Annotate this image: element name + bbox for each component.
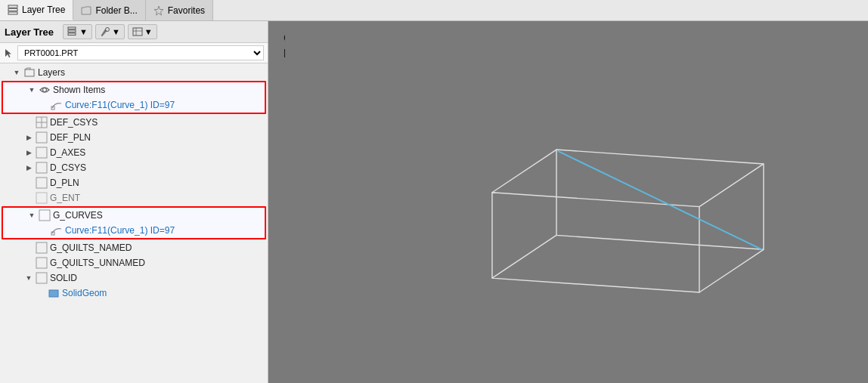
panel-title: Layer Tree [5, 26, 54, 38]
expand-g-curves[interactable]: ▼ [27, 211, 36, 220]
tools-dropdown-btn[interactable]: ▼ [95, 24, 125, 39]
right-panel: G_CURVES Layer is hidden, but curve is o… [268, 21, 868, 383]
solid-geom-icon [48, 287, 60, 299]
tools-dropdown-arrow: ▼ [112, 27, 120, 36]
tab-folder-browser[interactable]: Folder B... [73, 0, 145, 20]
tab-bar: Layer Tree Folder B... Favorites [0, 0, 868, 21]
expand-solid[interactable]: ▼ [24, 273, 33, 283]
tree-item-solid-geom[interactable]: ▶ SolidGeom [0, 286, 268, 301]
g-curves-label: G_CURVES [53, 210, 103, 221]
expand-d-axes[interactable]: ▶ [24, 148, 33, 157]
panel-toolbar: Layer Tree ▼ ▼ [0, 21, 268, 43]
left-panel: Layer Tree ▼ ▼ [0, 21, 268, 383]
svg-rect-18 [36, 147, 47, 158]
layer-folder-icon [23, 66, 36, 79]
layers-dropdown-icon [67, 26, 78, 37]
layers-dropdown-arrow: ▼ [79, 27, 88, 36]
svg-rect-24 [36, 242, 47, 253]
expand-layers[interactable]: ▼ [12, 68, 21, 77]
g-quilts-unnamed-label: G_QUILTS_UNNAMED [50, 258, 145, 268]
svg-rect-11 [25, 69, 34, 76]
expand-def-pln[interactable]: ▶ [24, 133, 33, 142]
file-row: PRT0001.PRT [0, 43, 268, 63]
tab-folder-browser-label: Folder B... [95, 5, 137, 16]
tree-item-g-curve-item[interactable]: ▶ Curve:F11(Curve_1) ID=97 [3, 223, 265, 238]
tree-item-g-quilts-unnamed[interactable]: ▶ G_QUILTS_UNNAMED [0, 255, 268, 270]
tree-item-layers[interactable]: ▼ Layers [0, 65, 268, 80]
layers-dropdown-btn[interactable]: ▼ [63, 24, 92, 39]
svg-rect-27 [49, 290, 58, 297]
folder-icon [81, 5, 91, 16]
svg-rect-8 [133, 28, 142, 36]
file-select[interactable]: PRT0001.PRT [17, 45, 264, 60]
d-axes-label: D_AXES [50, 147, 85, 158]
svg-rect-5 [68, 30, 76, 32]
g-quilts-unnamed-icon [36, 257, 48, 269]
svg-rect-21 [36, 193, 47, 203]
tree-item-d-pln[interactable]: ▶ D_PLN [0, 175, 268, 190]
def-pln-label: DEF_PLN [50, 132, 91, 143]
shown-items-group: ▼ Shown Items ▶ [2, 81, 266, 114]
view-icon [132, 26, 143, 37]
layers-label: Layers [38, 67, 65, 78]
g-curves-group: ▼ G_CURVES ▶ [2, 206, 266, 239]
star-icon [153, 5, 164, 16]
def-csys-label: DEF_CSYS [50, 117, 98, 128]
curve-icon-shown [51, 99, 63, 111]
tree-content: ▼ Layers ▼ [0, 63, 268, 383]
3d-viewport[interactable] [268, 21, 868, 383]
tab-layer-tree-label: Layer Tree [22, 5, 65, 15]
tab-layer-tree[interactable]: Layer Tree [0, 0, 73, 20]
view-dropdown-arrow: ▼ [144, 27, 153, 36]
tree-item-def-pln[interactable]: ▶ DEF_PLN [0, 130, 268, 145]
tab-favorites[interactable]: Favorites [146, 0, 213, 20]
svg-point-12 [43, 88, 47, 92]
tree-item-g-curves[interactable]: ▼ G_CURVES [3, 208, 265, 223]
g-curve-item-label: Curve:F11(Curve_1) ID=97 [65, 225, 175, 236]
svg-rect-28 [285, 21, 851, 383]
tree-item-shown-curve[interactable]: ▶ Curve:F11(Curve_1) ID=97 [3, 97, 265, 113]
cursor-icon [4, 48, 14, 58]
curve-icon-g [51, 224, 63, 236]
d-csys-icon [36, 162, 48, 174]
d-csys-label: D_CSYS [50, 162, 86, 173]
tree-item-g-ent[interactable]: ▶ G_ENT [0, 190, 268, 205]
svg-rect-0 [8, 5, 17, 8]
solid-label: SOLID [50, 273, 77, 283]
svg-point-7 [105, 28, 109, 32]
shown-items-icon [39, 84, 51, 96]
tree-item-d-axes[interactable]: ▶ D_AXES [0, 145, 268, 160]
def-csys-icon [36, 116, 48, 128]
solid-icon [36, 272, 48, 284]
svg-rect-6 [68, 33, 76, 36]
shown-items-label: Shown Items [53, 85, 105, 95]
svg-rect-19 [36, 162, 47, 173]
3d-scene [268, 21, 868, 383]
svg-rect-4 [68, 27, 76, 29]
svg-rect-2 [8, 12, 17, 14]
expand-d-csys[interactable]: ▶ [24, 163, 33, 172]
d-axes-icon [36, 147, 48, 159]
g-quilts-named-label: G_QUILTS_NAMED [50, 242, 132, 253]
svg-rect-1 [8, 8, 17, 11]
expand-shown-items[interactable]: ▼ [27, 85, 36, 94]
svg-rect-22 [39, 210, 50, 221]
tree-item-shown-items[interactable]: ▼ Shown Items [3, 82, 265, 97]
tree-item-solid[interactable]: ▼ SOLID [0, 270, 268, 286]
g-curves-icon [39, 209, 51, 221]
tree-item-g-quilts-named[interactable]: ▶ G_QUILTS_NAMED [0, 240, 268, 255]
d-pln-label: D_PLN [50, 178, 79, 188]
svg-marker-3 [154, 6, 163, 15]
layers-icon [8, 5, 18, 15]
d-pln-icon [36, 177, 48, 189]
g-quilts-named-icon [36, 242, 48, 254]
tree-item-d-csys[interactable]: ▶ D_CSYS [0, 160, 268, 175]
view-dropdown-btn[interactable]: ▼ [128, 24, 157, 39]
solid-geom-label: SolidGeom [62, 288, 107, 298]
main-layout: Layer Tree ▼ ▼ [0, 21, 868, 383]
g-ent-icon [36, 192, 48, 204]
tree-item-def-csys[interactable]: ▶ DEF_CSYS [0, 115, 268, 130]
tab-favorites-label: Favorites [168, 5, 205, 16]
svg-rect-25 [36, 258, 47, 268]
svg-rect-26 [36, 273, 47, 283]
